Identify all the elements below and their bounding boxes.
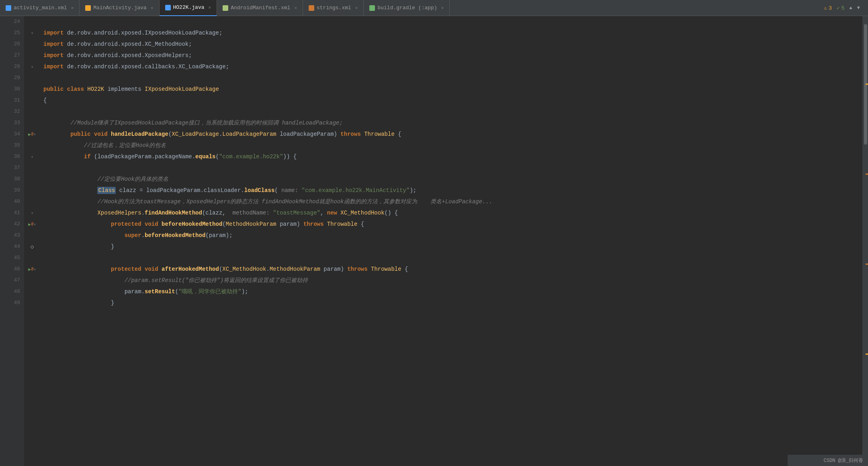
ok-count: 5 (841, 5, 845, 11)
fold-icon-36[interactable]: ▾ (31, 154, 34, 159)
code-line-26: import de.robv.android.xposed.XC_MethodH… (43, 39, 862, 50)
csdn-watermark: CSDN @浪_归何香 (824, 457, 863, 464)
tab-buildgradle[interactable]: build.gradle (:app) ✕ (364, 0, 450, 16)
code-line-41: XposedHelpers.findAndHookMethod(clazz, m… (43, 207, 862, 219)
bookmark-icon-44: ◇ (30, 243, 34, 251)
chevron-down-icon[interactable]: ▼ (857, 5, 860, 11)
run-icon-46[interactable]: ▶ (28, 267, 31, 272)
code-line-47: //param.setResult("你已被劫持")将返回的结果设置成了你已被劫… (43, 275, 862, 286)
tab-icon-xml (6, 5, 11, 11)
tab-close-manifest[interactable]: ✕ (294, 5, 297, 10)
code-line-27: import de.robv.android.xposed.XposedHelp… (43, 50, 862, 61)
code-line-35: //过滤包名，定位要Hook的包名 (43, 140, 862, 151)
scroll-marker-change-1 (866, 174, 868, 175)
scroll-marker-warning-2 (866, 354, 868, 355)
tab-close-strings[interactable]: ✕ (355, 5, 358, 10)
ok-icon: ✓ (837, 5, 840, 11)
status-bar: ⚠ 3 ✓ 5 ▲ ▼ (824, 0, 860, 16)
code-line-31: { (43, 95, 862, 106)
tab-close-ho22k[interactable]: ✕ (209, 5, 211, 10)
tab-icon-strings (309, 5, 314, 11)
code-line-49: } (43, 297, 862, 309)
tab-bar: activity_main.xml ✕ MainActivity.java ✕ … (0, 0, 868, 16)
tab-close-activity-main[interactable]: ✕ (71, 5, 74, 10)
code-area: 24 25 26 27 28 29 30 31 32 33 34 35 36 3… (0, 16, 868, 466)
code-line-48: param.setResult("哦吼，同学你已被劫持"); (43, 286, 862, 297)
fold-icon-42[interactable]: ▾ (33, 222, 36, 227)
code-line-38: //定位要Hook的具体的类名 (43, 174, 862, 185)
code-line-42: protected void beforeHookedMethod(Method… (43, 219, 862, 230)
warning-icon: ⚠ (824, 5, 827, 11)
tab-androidmanifest[interactable]: AndroidManifest.xml ✕ (217, 0, 303, 16)
gutter: ▾ ▾ ▶ @ ▾ ▾ ▾ (24, 16, 40, 466)
fold-icon-25[interactable]: ▾ (31, 31, 34, 36)
code-line-34: public void handleLoadPackage(XC_LoadPac… (43, 129, 862, 140)
code-line-46: protected void afterHookedMethod(XC_Meth… (43, 264, 862, 275)
chevron-up-icon[interactable]: ▲ (850, 5, 852, 11)
code-line-44: } (43, 241, 862, 252)
code-line-32 (43, 106, 862, 117)
tab-icon-java (85, 5, 91, 11)
code-line-24 (43, 16, 862, 27)
tab-ho22k[interactable]: HO22K.java ✕ (160, 0, 217, 16)
tab-mainactivity[interactable]: MainActivity.java ✕ (80, 0, 159, 16)
tab-icon-gradle (369, 5, 375, 11)
tab-icon-ho22k (165, 5, 171, 10)
ok-badge[interactable]: ✓ 5 (837, 5, 845, 11)
scroll-marker-change-2 (866, 264, 868, 265)
code-line-45 (43, 252, 862, 264)
run-icon-42[interactable]: ▶ (28, 222, 31, 227)
code-line-28: import de.robv.android.xposed.callbacks.… (43, 61, 862, 72)
code-line-30: public class HO22K implements IXposedHoo… (43, 84, 862, 95)
tab-activity-main[interactable]: activity_main.xml ✕ (0, 0, 80, 16)
code-line-43: super.beforeHookedMethod(param); (43, 230, 862, 241)
tab-icon-manifest (223, 5, 228, 11)
tab-close-mainactivity[interactable]: ✕ (151, 5, 154, 10)
warning-badge[interactable]: ⚠ 3 (824, 5, 832, 11)
run-icon-34[interactable]: ▶ (28, 132, 31, 137)
bottom-status-bar: CSDN @浪_归何香 (788, 455, 868, 466)
code-line-37 (43, 162, 862, 174)
line-numbers: 24 25 26 27 28 29 30 31 32 33 34 35 36 3… (0, 16, 24, 466)
code-line-25: import de.robv.android.xposed.IXposedHoo… (43, 27, 862, 39)
code-line-33: //Module继承了IXposedHookLoadPackage接口，当系统加… (43, 117, 862, 129)
code-line-36: if (loadPackageParam.packageName.equals(… (43, 151, 862, 162)
code-line-29 (43, 72, 862, 84)
warning-count: 3 (829, 5, 832, 11)
fold-icon-41[interactable]: ▾ (31, 211, 34, 216)
tab-strings[interactable]: strings.xml ✕ (303, 0, 364, 16)
code-line-40: //Hook的方法为toastMessage，XposedHelpers的静态方… (43, 196, 862, 207)
fold-icon-34[interactable]: ▾ (33, 132, 36, 137)
fold-icon-28[interactable]: ▾ (31, 64, 34, 69)
fold-icon-46[interactable]: ▾ (33, 267, 36, 272)
code-line-39: Class clazz = loadPackageParam.classLoad… (43, 185, 862, 196)
scrollbar-track[interactable] (862, 16, 868, 466)
scroll-marker-warning-1 (866, 84, 868, 85)
code-content[interactable]: import de.robv.android.xposed.IXposedHoo… (40, 16, 862, 466)
tab-close-buildgradle[interactable]: ✕ (441, 5, 444, 10)
